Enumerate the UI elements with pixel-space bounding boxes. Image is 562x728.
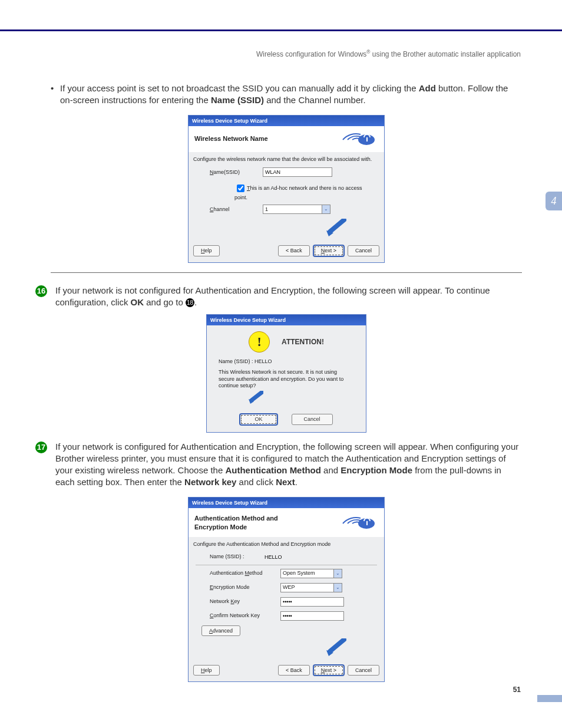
help-button[interactable]: Help — [193, 245, 220, 256]
attention-buttons: OK Cancel — [207, 409, 366, 431]
wifi-broadcast-icon — [331, 516, 378, 530]
adhoc-row: This is an Ad-hoc network and there is n… — [189, 179, 384, 202]
step-16: 16 If your network is not configured for… — [35, 285, 522, 309]
name-label: Name(SSID) — [210, 169, 263, 176]
dialog-titlebar: Wireless Device Setup Wizard — [207, 315, 366, 325]
dialog-titlebar: Wireless Device Setup Wizard — [189, 498, 384, 508]
cancel-button[interactable]: Cancel — [292, 414, 333, 424]
ssid-input[interactable] — [263, 167, 332, 177]
step-17: 17 If your network is configured for Aut… — [35, 441, 522, 489]
dialog-header: Wireless Network Name — [189, 126, 384, 152]
breadcrumb: Wireless configuration for Windows® usin… — [256, 49, 521, 58]
dialog-buttons: Help < Back Next > Cancel — [189, 660, 384, 681]
cancel-button[interactable]: Cancel — [348, 245, 379, 256]
step-ref-18: 18 — [186, 298, 194, 307]
intro-bullet: • If your access point is set to not bro… — [51, 83, 522, 107]
step-badge-17: 17 — [35, 442, 47, 453]
pointer-arrow-icon — [324, 219, 346, 239]
attention-header: ! ATTENTION! — [219, 331, 354, 353]
dialog-subtitle: Configure the Authentication Method and … — [189, 537, 384, 550]
name-row: Name(SSID) — [189, 165, 384, 179]
auth-label: Authentication Method — [210, 569, 280, 577]
chapter-tab: 4 — [546, 192, 562, 210]
back-button[interactable]: < Back — [278, 245, 310, 256]
channel-select[interactable]: 1 ⌄ — [263, 205, 330, 214]
dialog-titlebar: Wireless Device Setup Wizard — [189, 116, 384, 126]
attention-ssid: Name (SSID) : HELLO — [219, 358, 354, 365]
step-16-text: If your network is not configured for Au… — [55, 285, 522, 309]
ssid-label: Name (SSID) : — [210, 553, 263, 560]
netkey-label: Network Key — [210, 598, 280, 605]
wizard-dialog-auth-encryption: Wireless Device Setup Wizard Authenticat… — [188, 497, 385, 683]
enc-select[interactable]: WEP ⌄ — [280, 583, 342, 592]
netkey-input[interactable] — [280, 597, 344, 607]
ok-button[interactable]: OK — [240, 414, 277, 424]
dialog-buttons: Help < Back Next > Cancel — [189, 241, 384, 262]
advanced-button[interactable]: Advanced — [201, 625, 240, 636]
auth-select[interactable]: Open System ⌄ — [280, 569, 342, 578]
channel-label: Channel — [210, 206, 263, 213]
channel-row: Channel 1 ⌄ — [189, 202, 384, 216]
chevron-down-icon: ⌄ — [322, 205, 330, 213]
header-divider — [0, 29, 562, 31]
adhoc-checkbox[interactable] — [237, 185, 244, 192]
warning-icon: ! — [249, 331, 270, 353]
step-badge-16: 16 — [35, 285, 47, 297]
next-button[interactable]: Next > — [313, 245, 344, 256]
chevron-down-icon: ⌄ — [333, 584, 342, 592]
attention-message: This Wireless Network is not secure. It … — [219, 369, 354, 390]
pointer-arrow-icon — [324, 638, 346, 658]
cancel-button[interactable]: Cancel — [348, 665, 379, 676]
attention-dialog: Wireless Device Setup Wizard ! ATTENTION… — [206, 314, 366, 433]
ssid-readonly — [263, 553, 331, 561]
chevron-down-icon: ⌄ — [333, 569, 342, 578]
dialog-heading: Authentication Method and Encryption Mod… — [194, 514, 300, 532]
breadcrumb-pre: Wireless configuration for Windows — [256, 50, 366, 58]
back-button[interactable]: < Back — [278, 665, 310, 676]
help-button[interactable]: Help — [193, 665, 220, 676]
adhoc-label: his is an Ad-hoc network and there is no… — [234, 185, 362, 200]
breadcrumb-post: using the Brother automatic installer ap… — [371, 50, 521, 58]
attention-title: ATTENTION! — [282, 337, 324, 347]
footer-tab — [537, 695, 562, 702]
dialog-heading: Wireless Network Name — [194, 134, 268, 143]
dialog-subtitle: Configure the wireless network name that… — [189, 152, 384, 165]
wifi-broadcast-icon — [331, 132, 378, 146]
page-number: 51 — [513, 686, 521, 694]
bullet-icon: • — [51, 83, 60, 107]
cnetkey-input[interactable] — [280, 611, 344, 621]
intro-text: If your access point is set to not broad… — [60, 83, 522, 107]
next-button[interactable]: Next > — [313, 665, 344, 676]
cnetkey-label: Confirm Network Key — [210, 612, 280, 619]
enc-label: Encryption Mode — [210, 584, 280, 591]
section-divider — [51, 272, 522, 273]
dialog-header: Authentication Method and Encryption Mod… — [189, 508, 384, 538]
wizard-dialog-network-name: Wireless Device Setup Wizard Wireless Ne… — [188, 115, 385, 263]
step-17-text: If your network is configured for Authen… — [55, 441, 522, 489]
pointer-arrow-icon — [247, 391, 263, 406]
